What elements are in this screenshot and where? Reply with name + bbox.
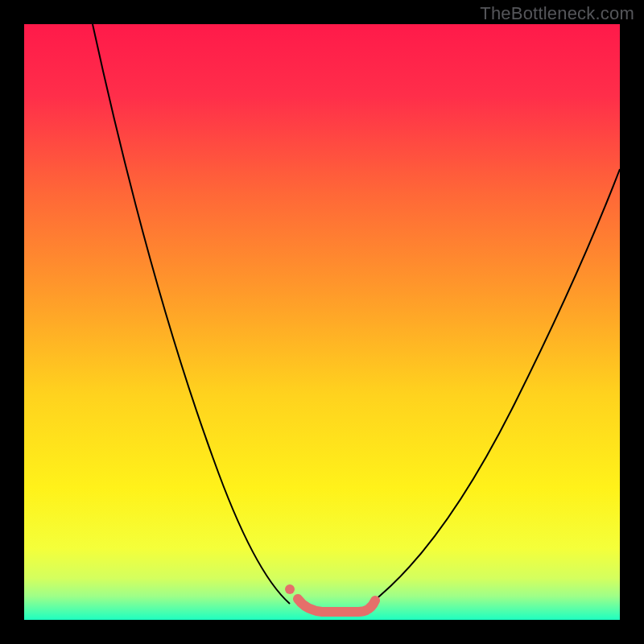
chart-frame: TheBottleneck.com [0, 0, 644, 644]
watermark-text: TheBottleneck.com [480, 3, 634, 24]
plot-area [24, 24, 620, 620]
bottleneck-chart-svg [24, 24, 620, 620]
highlight-dot [285, 584, 295, 594]
